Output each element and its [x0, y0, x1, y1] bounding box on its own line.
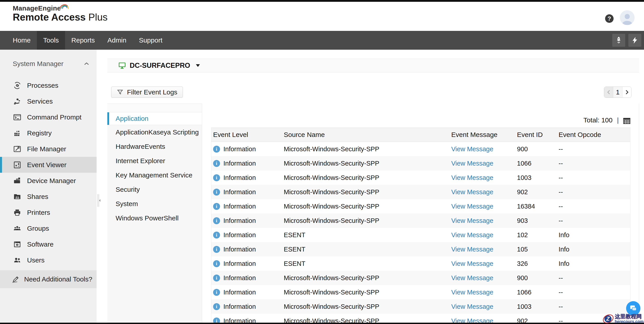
- sidebar-item-label: Users: [27, 256, 44, 264]
- table-row: i Information Microsoft-Windows-Security…: [211, 299, 630, 314]
- col-header-event-id: Event ID: [517, 131, 558, 139]
- event-level-text: Information: [224, 203, 256, 210]
- groups-people-icon: [13, 224, 22, 233]
- view-message-link[interactable]: View Message: [451, 274, 493, 281]
- rocket-icon: [615, 36, 623, 44]
- column-chooser-button[interactable]: [623, 118, 630, 124]
- quick-launch-button[interactable]: [612, 34, 625, 47]
- nav-item-reports[interactable]: Reports: [65, 31, 101, 50]
- view-message-link[interactable]: View Message: [451, 217, 493, 224]
- sidebar-item-services[interactable]: Services: [0, 93, 96, 109]
- terminal-icon: [13, 113, 22, 122]
- view-message-link[interactable]: View Message: [451, 231, 493, 238]
- information-icon: i: [213, 289, 220, 296]
- event-message-cell: View Message: [451, 289, 517, 296]
- source-name-cell: ESENT: [284, 260, 451, 267]
- next-page-button[interactable]: [622, 87, 631, 98]
- event-id-cell: 1003: [517, 174, 558, 181]
- nav-item-support[interactable]: Support: [132, 31, 168, 50]
- nav-item-home[interactable]: Home: [6, 31, 37, 50]
- log-category-list-header: [107, 104, 202, 112]
- caret-down-icon: [196, 64, 200, 67]
- source-name-cell: Microsoft-Windows-Security-SPP: [284, 160, 451, 167]
- sidebar-section-system-manager[interactable]: System Manager: [0, 50, 96, 68]
- col-header-event-opcode: Event Opcode: [558, 131, 630, 139]
- filter-toolbar: Filter Event Logs 1: [111, 87, 632, 98]
- power-actions-button[interactable]: [628, 34, 641, 47]
- event-viewer-panel: Application ApplicationKaseya Scripting …: [107, 104, 639, 324]
- sidebar-item-registry[interactable]: Registry: [0, 125, 96, 141]
- event-level-text: Information: [224, 246, 256, 253]
- sidebar-item-label: Services: [27, 98, 53, 105]
- sidebar-item-groups[interactable]: Groups: [0, 220, 96, 236]
- event-level-cell: i Information: [211, 231, 284, 239]
- view-message-link[interactable]: View Message: [451, 160, 493, 167]
- table-row: i Information Microsoft-Windows-Security…: [211, 170, 630, 185]
- log-tab-key-management-service[interactable]: Key Management Service: [107, 168, 202, 182]
- table-row: i Information Microsoft-Windows-Security…: [211, 199, 630, 213]
- event-level-text: Information: [224, 145, 256, 153]
- view-message-link[interactable]: View Message: [451, 246, 493, 253]
- event-message-cell: View Message: [451, 188, 517, 196]
- source-name-cell: ESENT: [284, 231, 451, 239]
- event-level-cell: i Information: [211, 274, 284, 282]
- sidebar-item-shares[interactable]: Shares: [0, 189, 96, 204]
- log-tab-security[interactable]: Security: [107, 182, 202, 197]
- view-message-link[interactable]: View Message: [451, 188, 493, 196]
- log-tab-hardwareevents[interactable]: HardwareEvents: [107, 139, 202, 154]
- table-row: i Information Microsoft-Windows-Security…: [211, 213, 630, 228]
- previous-page-button[interactable]: [604, 87, 613, 98]
- event-opcode-cell: Info: [558, 246, 630, 253]
- sidebar-item-software[interactable]: Software: [0, 236, 96, 252]
- collapse-arrow-icon: [96, 193, 101, 208]
- log-tab-application[interactable]: Application: [107, 112, 202, 125]
- information-icon: i: [213, 146, 220, 153]
- sidebar-item-file-manager[interactable]: File Manager: [0, 141, 96, 157]
- event-level-cell: i Information: [211, 303, 284, 310]
- event-opcode-cell: Info: [558, 260, 630, 267]
- event-id-cell: 326: [517, 260, 558, 267]
- need-additional-tools-link[interactable]: Need Additional Tools?: [0, 270, 96, 288]
- view-message-link[interactable]: View Message: [451, 203, 493, 210]
- sidebar-item-users[interactable]: Users: [0, 252, 96, 268]
- user-avatar[interactable]: [620, 10, 634, 25]
- lightning-bolt-icon: [631, 37, 639, 44]
- view-message-link[interactable]: View Message: [451, 174, 493, 181]
- event-id-cell: 900: [517, 274, 558, 282]
- sidebar-item-event-viewer[interactable]: Event Viewer: [0, 157, 96, 173]
- event-table: Event Level Source Name Event Message Ev…: [211, 128, 630, 324]
- sidebar-item-label: Registry: [27, 129, 52, 137]
- log-tab-windows-powershell[interactable]: Windows PowerShell: [107, 211, 202, 225]
- log-tab-system[interactable]: System: [107, 197, 202, 211]
- log-tab-applicationkaseya-scripting[interactable]: ApplicationKaseya Scripting: [107, 125, 202, 139]
- sidebar-item-printers[interactable]: Printers: [0, 204, 96, 220]
- event-opcode-cell: --: [558, 188, 630, 196]
- filter-event-logs-button[interactable]: Filter Event Logs: [111, 87, 183, 98]
- source-name-cell: Microsoft-Windows-Security-SPP: [284, 274, 451, 282]
- sidebar-item-device-manager[interactable]: Device Manager: [0, 173, 96, 189]
- toolbox-icon: [13, 176, 22, 185]
- log-tab-internet-explorer[interactable]: Internet Explorer: [107, 154, 202, 168]
- event-level-cell: i Information: [211, 160, 284, 167]
- sidebar-item-command-prompt[interactable]: Command Prompt: [0, 109, 96, 125]
- view-message-link[interactable]: View Message: [451, 260, 493, 267]
- view-message-link[interactable]: View Message: [451, 303, 493, 310]
- sidebar-collapse-handle[interactable]: [96, 193, 101, 208]
- view-message-link[interactable]: View Message: [451, 145, 493, 153]
- information-icon: i: [213, 246, 220, 253]
- need-additional-tools-label: Need Additional Tools?: [24, 275, 92, 283]
- source-name-cell: Microsoft-Windows-Security-SPP: [284, 188, 451, 196]
- log-category-list: Application ApplicationKaseya Scripting …: [107, 104, 202, 324]
- pencil-signature-icon: [11, 275, 20, 284]
- view-message-link[interactable]: View Message: [451, 289, 493, 296]
- device-selector[interactable]: DC-SURFACEPRO: [107, 59, 639, 73]
- current-page[interactable]: 1: [613, 87, 622, 98]
- nav-item-admin[interactable]: Admin: [101, 31, 132, 50]
- nav-item-tools[interactable]: Tools: [37, 31, 65, 50]
- sidebar-item-processes[interactable]: Processes: [0, 77, 96, 93]
- question-icon: ?: [608, 15, 611, 22]
- pagination: 1: [604, 87, 632, 98]
- help-button[interactable]: ?: [605, 14, 614, 23]
- app-header: ManageEngine Remote Access Plus ?: [0, 2, 644, 31]
- information-icon: i: [213, 174, 220, 181]
